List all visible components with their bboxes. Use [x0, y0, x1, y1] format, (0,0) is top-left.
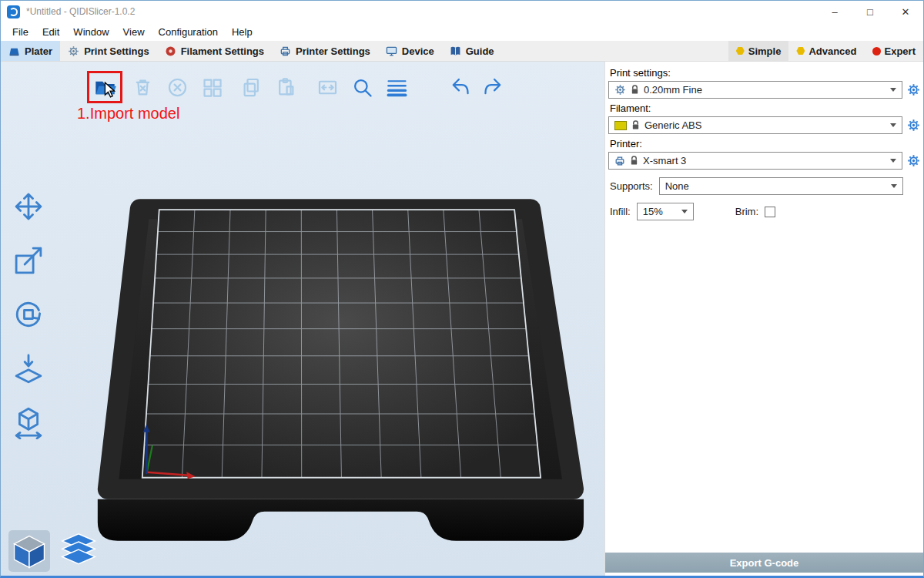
- minimize-button[interactable]: –: [817, 1, 852, 22]
- advanced-mode-icon: [796, 47, 805, 55]
- bed-surface: [142, 210, 541, 478]
- undo-icon: [447, 76, 471, 99]
- measure-gizmo-button[interactable]: [8, 402, 49, 442]
- import-annotation: 1.Import model: [77, 105, 179, 123]
- filament-value: Generic ABS: [644, 119, 701, 131]
- viewport-3d[interactable]: 1.Import model: [1, 62, 604, 576]
- search-button[interactable]: [347, 72, 377, 102]
- infill-label: Infill:: [610, 206, 631, 217]
- infill-row: Infill: 15% Brim:: [610, 203, 903, 220]
- move-icon: [12, 190, 45, 223]
- split-button[interactable]: [313, 72, 342, 102]
- redo-icon: [482, 76, 506, 99]
- tab-filament-settings[interactable]: Filament Settings: [157, 41, 272, 61]
- close-button[interactable]: ✕: [888, 1, 923, 22]
- gear-icon: [68, 45, 79, 57]
- mode-label: Simple: [748, 45, 782, 57]
- printer-icon: [614, 156, 625, 166]
- print-settings-label: Print settings:: [610, 67, 920, 79]
- printer-label: Printer:: [610, 138, 920, 150]
- filament-combo[interactable]: Generic ABS: [608, 116, 902, 134]
- brim-checkbox[interactable]: [765, 207, 775, 217]
- tab-label: Guide: [466, 45, 494, 57]
- tab-label: Plater: [25, 45, 52, 57]
- simple-mode-icon: [736, 47, 745, 55]
- bed-tray-front: [98, 499, 584, 541]
- place-on-face-icon: [12, 351, 45, 385]
- chevron-down-icon: [890, 159, 896, 163]
- infill-value: 15%: [643, 206, 663, 217]
- printer-combo[interactable]: X-smart 3: [608, 152, 902, 170]
- supports-combo[interactable]: None: [659, 177, 903, 195]
- infill-combo[interactable]: 15%: [637, 203, 694, 220]
- menu-file[interactable]: File: [5, 24, 35, 40]
- mode-label: Expert: [885, 45, 916, 57]
- print-settings-row: 0.20mm Fine: [608, 81, 920, 99]
- tabbar: Plater Print Settings Filament Settings …: [1, 41, 923, 62]
- gizmo-toolbar: [8, 187, 49, 442]
- menu-help[interactable]: Help: [225, 24, 259, 40]
- redo-button[interactable]: [479, 72, 508, 102]
- app-logo-icon: [7, 5, 20, 18]
- move-gizmo-button[interactable]: [8, 187, 49, 227]
- menu-edit[interactable]: Edit: [35, 24, 66, 40]
- supports-label: Supports:: [610, 180, 653, 192]
- chevron-down-icon: [681, 210, 688, 213]
- menu-window[interactable]: Window: [66, 24, 116, 40]
- arrange-button[interactable]: [197, 72, 226, 102]
- menu-configuration[interactable]: Configuration: [152, 24, 225, 40]
- scale-icon: [12, 244, 45, 277]
- object-toolbar: [87, 71, 508, 103]
- maximize-button[interactable]: □: [852, 1, 888, 22]
- device-icon: [386, 45, 397, 57]
- undo-button[interactable]: [444, 72, 474, 102]
- lock-icon: [631, 85, 639, 95]
- tab-guide[interactable]: Guide: [442, 41, 502, 61]
- trash-icon: [131, 76, 155, 99]
- delete-button[interactable]: [128, 72, 157, 102]
- mode-simple[interactable]: Simple: [728, 41, 789, 61]
- printer-icon: [280, 45, 291, 57]
- chevron-down-icon: [891, 184, 897, 188]
- tab-label: Print Settings: [84, 45, 149, 57]
- plater-icon: [8, 45, 20, 57]
- filament-gear-button[interactable]: [907, 119, 920, 132]
- paste-button[interactable]: [271, 72, 300, 102]
- mode-advanced[interactable]: Advanced: [788, 41, 864, 61]
- supports-row: Supports: None: [610, 177, 903, 195]
- copy-button[interactable]: [236, 72, 266, 102]
- titlebar: *Untitled - QIDISlicer-1.0.2 – □ ✕: [1, 1, 923, 22]
- editor-view-button[interactable]: [8, 530, 50, 572]
- rotate-icon: [12, 297, 45, 331]
- variable-layer-height-button[interactable]: [382, 72, 411, 102]
- delete-all-button[interactable]: [162, 72, 192, 102]
- expert-mode-icon: [872, 47, 881, 55]
- export-gcode-button[interactable]: Export G-code: [605, 553, 923, 573]
- tab-device[interactable]: Device: [378, 41, 442, 61]
- print-settings-gear-button[interactable]: [907, 83, 920, 96]
- print-bed[interactable]: [1, 62, 604, 576]
- mode-switcher: Simple Advanced Expert: [728, 41, 923, 61]
- split-icon: [316, 76, 340, 99]
- lock-icon: [631, 120, 640, 130]
- printer-gear-button[interactable]: [907, 154, 920, 167]
- tab-plater[interactable]: Plater: [1, 41, 60, 61]
- lock-icon: [630, 156, 638, 166]
- view-toolbar: [8, 530, 99, 572]
- scale-gizmo-button[interactable]: [8, 240, 49, 281]
- editor-cube-icon: [10, 532, 49, 570]
- settings-sidebar: Print settings: 0.20mm Fine Filament:: [604, 62, 923, 576]
- arrange-icon: [200, 76, 224, 99]
- printer-row: X-smart 3: [608, 152, 920, 170]
- tab-printer-settings[interactable]: Printer Settings: [272, 41, 378, 61]
- supports-value: None: [665, 180, 689, 192]
- menu-view[interactable]: View: [116, 24, 152, 40]
- mode-expert[interactable]: Expert: [865, 41, 923, 61]
- preview-view-button[interactable]: [58, 530, 99, 572]
- rotate-gizmo-button[interactable]: [8, 294, 49, 334]
- copy-icon: [239, 76, 263, 99]
- place-on-face-gizmo-button[interactable]: [8, 348, 49, 388]
- filament-row: Generic ABS: [608, 116, 920, 134]
- tab-print-settings[interactable]: Print Settings: [60, 41, 157, 61]
- print-settings-combo[interactable]: 0.20mm Fine: [608, 81, 902, 99]
